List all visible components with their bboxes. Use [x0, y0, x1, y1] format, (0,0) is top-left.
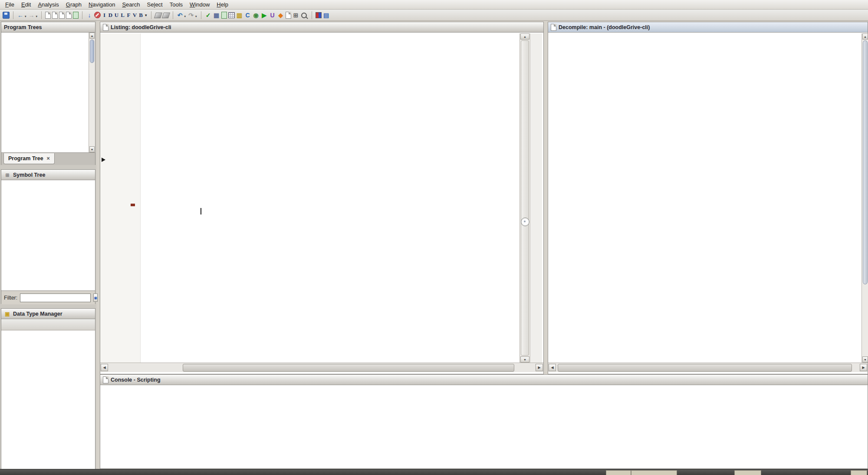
left-panels: Program Trees ▲ ▼ Program Tree × ⊞ [0, 21, 96, 469]
scroll-down-icon[interactable]: ▼ [862, 356, 868, 363]
scroll-thumb[interactable] [558, 364, 852, 372]
scroll-thumb[interactable] [521, 40, 529, 356]
menu-navigation[interactable]: Navigation [85, 0, 118, 10]
menu-select[interactable]: Select [144, 0, 166, 10]
tab-program-tree[interactable]: Program Tree × [3, 153, 55, 164]
menu-edit[interactable]: Edit [18, 0, 34, 10]
scroll-up-icon[interactable]: ▲ [862, 33, 868, 40]
symbol-filter-input[interactable] [20, 294, 91, 302]
menu-search[interactable]: Search [118, 0, 143, 10]
scroll-up-icon[interactable]: ▲ [520, 33, 529, 40]
main-toolbar: ←▾→▾↓IDULFVB▾↶▾↷▾✓▦▥C◉▶U◆⊞▤ [0, 10, 868, 21]
scroll-down-icon[interactable]: ▼ [520, 356, 529, 363]
redo-dropdown-icon[interactable]: ▾ [195, 15, 197, 18]
scroll-right-icon[interactable]: ▶ [860, 364, 867, 371]
scroll-down-icon[interactable]: ▼ [89, 146, 95, 152]
console-output[interactable] [100, 386, 868, 468]
listing-horizontal-scrollbar[interactable]: ◀ ▶ [100, 363, 543, 372]
symbol-tree-icon: ⊞ [4, 171, 11, 179]
script-page-icon[interactable] [286, 12, 291, 19]
redo-icon[interactable]: ↷ [187, 11, 194, 19]
code-compare-icon[interactable]: C [244, 11, 251, 19]
back-dropdown-icon[interactable]: ▾ [25, 15, 26, 18]
add-table-icon[interactable]: ⊞ [293, 11, 299, 19]
clear-flow-repair-icon[interactable] [161, 13, 170, 18]
letter-f-icon[interactable]: F [126, 11, 131, 19]
menu-analysis[interactable]: Analysis [34, 0, 62, 10]
status-bar [0, 469, 868, 475]
forward-dropdown-icon[interactable]: ▾ [36, 15, 38, 18]
go-down-icon[interactable]: ↓ [86, 11, 93, 19]
listing-header: Listing: doodleGrive-cli [100, 22, 543, 33]
menu-file[interactable]: File [2, 0, 18, 10]
scroll-left-icon[interactable]: ◀ [101, 364, 108, 371]
program-page-4-icon[interactable] [66, 12, 72, 19]
scroll-thumb[interactable] [183, 364, 514, 372]
data-type-manager-panel: ▣ Data Type Manager Filter: ◉ [1, 308, 95, 475]
data-type-manager-toolbar [1, 319, 95, 330]
letter-v-icon[interactable]: V [132, 11, 137, 19]
undo-dropdown-icon[interactable]: ▾ [184, 15, 186, 18]
filter-label: Filter: [4, 295, 17, 301]
letter-u-icon[interactable]: U [114, 11, 119, 19]
decompile-vertical-scrollbar[interactable]: ▲ ▼ [861, 33, 868, 363]
bookmark-diamond-icon[interactable]: ◆ [277, 11, 284, 19]
scroll-up-icon[interactable]: ▲ [89, 33, 95, 39]
undo-icon[interactable]: ↶ [177, 11, 184, 19]
menu-help[interactable]: Help [213, 0, 232, 10]
clear-flow-icon[interactable] [154, 13, 162, 18]
letter-l-icon[interactable]: L [120, 11, 125, 19]
symbol-filter-row: Filter: ◉ [1, 290, 95, 304]
toolbar-separator [173, 11, 173, 19]
search-memory-icon[interactable] [301, 13, 307, 18]
cursor-marker [131, 204, 135, 206]
clear-code-icon[interactable] [94, 12, 101, 18]
filter-options-icon[interactable]: ◉ [93, 294, 98, 302]
scroll-thumb[interactable] [90, 40, 94, 63]
decompile-horizontal-scrollbar[interactable]: ◀ ▶ [548, 363, 868, 372]
letter-i-icon[interactable]: I [102, 11, 107, 19]
run-script-icon[interactable]: ▶ [261, 11, 268, 19]
letters-dropdown-icon[interactable]: ▾ [145, 13, 147, 17]
status-segment [606, 470, 631, 475]
function-graph-icon[interactable]: ◉ [253, 11, 260, 19]
current-location-arrow [102, 158, 105, 162]
decompile-content[interactable] [548, 33, 861, 363]
program-page-1-icon[interactable] [45, 12, 51, 19]
decompile-panel: Decompile: main - (doodleGrive-cli) ▲ ▼ … [548, 22, 868, 374]
toolbar-separator [312, 11, 312, 19]
menu-tools[interactable]: Tools [166, 0, 186, 10]
validate-icon[interactable]: ✓ [205, 11, 212, 19]
letter-b-icon[interactable]: B [138, 11, 143, 19]
menu-window[interactable]: Window [186, 0, 213, 10]
letter-d-icon[interactable]: D [108, 11, 113, 19]
program-page-2-icon[interactable] [52, 12, 58, 19]
data-table-icon[interactable]: ▦ [213, 11, 220, 19]
listing-vertical-scrollbar[interactable]: ▲ ▼ [519, 33, 530, 363]
forward-icon[interactable]: → [28, 11, 35, 19]
memory-icon[interactable]: ▥ [236, 11, 243, 19]
patch-flag-icon[interactable] [316, 12, 322, 18]
scroll-left-icon[interactable]: ◀ [549, 364, 556, 371]
menu-graph[interactable]: Graph [62, 0, 85, 10]
grid-view-icon[interactable] [228, 12, 235, 18]
decompile-title: Decompile: main - (doodleGrive-cli) [559, 24, 650, 30]
close-tab-icon[interactable]: × [47, 155, 50, 162]
gutter-line [140, 33, 141, 363]
scroll-lens[interactable] [521, 218, 529, 226]
program-page-3-icon[interactable] [59, 12, 65, 19]
listing-content[interactable] [100, 33, 519, 363]
program-changes-icon[interactable] [73, 12, 79, 19]
undefined-u-icon[interactable]: U [269, 11, 276, 19]
new-structure-icon[interactable] [221, 12, 227, 19]
memory-map-icon[interactable]: ▤ [323, 11, 330, 19]
program-trees-header: Program Trees [1, 22, 95, 33]
save-icon[interactable] [3, 12, 10, 19]
back-icon[interactable]: ← [17, 11, 24, 19]
toolbar-separator [13, 11, 13, 19]
program-tree-scrollbar[interactable]: ▲ ▼ [89, 33, 95, 152]
listing-panel: Listing: doodleGrive-cli ▲ ▼ ◀ ▶ [100, 22, 544, 374]
scroll-thumb[interactable] [863, 40, 868, 284]
scroll-right-icon[interactable]: ▶ [536, 364, 543, 371]
program-tree-tabs: Program Tree × [1, 152, 95, 165]
